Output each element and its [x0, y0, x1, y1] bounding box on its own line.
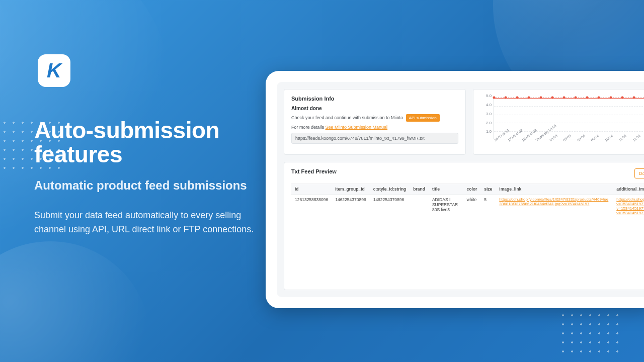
- chart-marker: [586, 97, 589, 99]
- table-header: additional_imag: [613, 184, 644, 195]
- submission-prompt: Check your feed and continue with submis…: [291, 114, 458, 122]
- table-header: image_link: [496, 184, 613, 195]
- chart-marker: [621, 97, 623, 99]
- headline: Auto-submission features: [34, 118, 256, 167]
- table-cell: 5: [480, 195, 496, 218]
- chart-marker: [516, 97, 519, 99]
- chart-panel: 5.04.03.02.01.0 16.03 at 1317.03 at 0218…: [473, 89, 644, 155]
- app-screenshot: Submission Info Almost done Check your f…: [277, 82, 644, 297]
- additional-image-link[interactable]: v=153414519773: [616, 206, 644, 211]
- additional-image-link[interactable]: v=153414519773: [616, 202, 644, 206]
- gridline: [494, 115, 644, 115]
- y-tick: 4.0: [486, 102, 492, 107]
- y-tick: 2.0: [486, 120, 492, 125]
- chart-marker: [493, 97, 496, 99]
- brand-logo: K: [38, 54, 70, 87]
- table-cell: 1462254370896: [370, 195, 410, 218]
- submission-status: Almost done: [291, 106, 458, 111]
- app-screenshot-frame: Submission Info Almost done Check your f…: [266, 71, 644, 308]
- table-cell: 1462254370896: [332, 195, 369, 218]
- y-tick: 5.0: [486, 94, 492, 98]
- chart-marker: [551, 97, 553, 99]
- feed-preview-panel: Txt Feed Preview Dow iditem_group_idc:st…: [284, 162, 644, 290]
- subheadline: Automatic product feed submissions: [34, 178, 256, 193]
- table-header: item_group_id: [332, 184, 369, 195]
- details-line: For more details See Miinto Submission M…: [291, 125, 458, 130]
- panel-title: Submission Info: [291, 96, 458, 102]
- decorative-dots: [558, 302, 619, 357]
- decorative-blob: [0, 241, 151, 362]
- chart-marker: [562, 97, 565, 99]
- table-header: size: [480, 184, 496, 195]
- table-cell: https://cdn.shopify.com/s/files/1/0247/8…: [496, 195, 613, 218]
- chart-marker: [505, 97, 507, 99]
- table-cell: ADIDAS I SUPERSTAR 80S live3: [429, 195, 463, 218]
- download-button[interactable]: Dow: [634, 168, 644, 178]
- feed-url-input[interactable]: https://feeds.koongo.com/6748/7811/miint…: [291, 133, 458, 144]
- table-header: color: [463, 184, 481, 195]
- y-tick: 3.0: [486, 111, 492, 116]
- body-text: Submit your data feed automatically to e…: [34, 208, 256, 237]
- table-cell: 12613258838096: [291, 195, 332, 218]
- table-header: brand: [410, 184, 429, 195]
- y-tick: 1.0: [486, 129, 492, 134]
- gridline: [494, 123, 644, 123]
- preview-title: Txt Feed Preview: [291, 168, 337, 174]
- table-cell: [410, 195, 429, 218]
- chart-marker: [539, 97, 542, 99]
- table-row: 1261325883809614622543708961462254370896…: [291, 195, 644, 218]
- submission-manual-link[interactable]: See Miinto Submission Manual: [326, 125, 388, 130]
- table-cell: white: [463, 195, 481, 218]
- chart-marker: [609, 97, 612, 99]
- api-submission-button[interactable]: API submission: [406, 114, 440, 122]
- prompt-text: Check your feed and continue with submis…: [291, 115, 403, 120]
- table-cell: https://cdn.shopv=153414519773v=15341451…: [613, 195, 644, 218]
- preview-table: iditem_group_idc:style_id:stringbrandtit…: [291, 184, 644, 218]
- chart-marker: [575, 97, 577, 99]
- additional-image-link[interactable]: https://cdn.shop: [616, 197, 644, 202]
- brand-logo-letter: K: [47, 59, 61, 82]
- line-chart: 5.04.03.02.01.0 16.03 at 1317.03 at 0218…: [480, 96, 644, 148]
- image-link[interactable]: https://cdn.shopify.com/s/files/1/0247/8…: [499, 197, 609, 206]
- chart-marker: [632, 97, 635, 99]
- gridline: [494, 106, 644, 107]
- chart-marker: [598, 97, 600, 99]
- details-prefix: For more details: [291, 125, 326, 130]
- table-header: title: [429, 184, 463, 195]
- table-header: c:style_id:string: [370, 184, 410, 195]
- additional-image-link[interactable]: v=153414519773: [616, 211, 644, 215]
- chart-marker: [528, 97, 530, 99]
- submission-panel: Submission Info Almost done Check your f…: [284, 89, 466, 155]
- table-header: id: [291, 184, 332, 195]
